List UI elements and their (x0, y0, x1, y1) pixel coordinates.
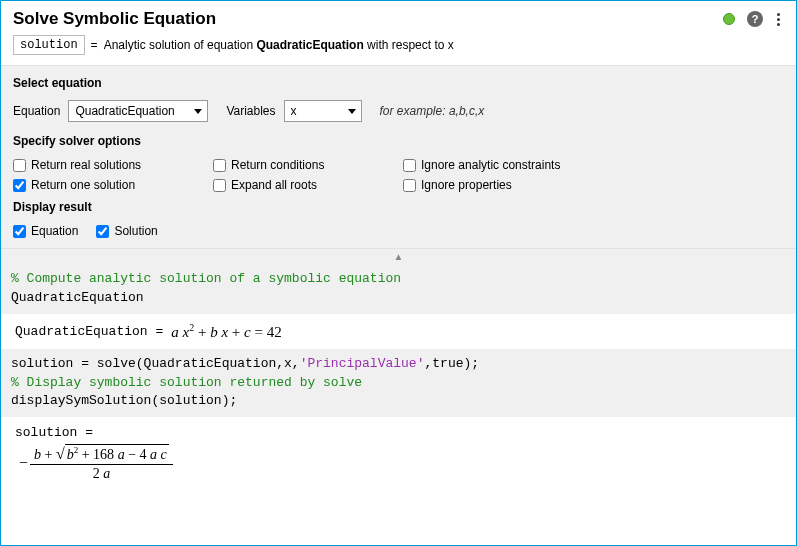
select-equation-label: Select equation (13, 76, 784, 90)
checkbox-ignore-props[interactable] (403, 179, 416, 192)
checkbox-ignore-analytic[interactable] (403, 159, 416, 172)
check-expand-roots[interactable]: Expand all roots (213, 178, 403, 192)
equation-select-wrap: QuadraticEquation (68, 100, 208, 122)
code-string-pv: 'PrincipalValue' (300, 356, 425, 371)
code-line-3: displaySymSolution(solution); (11, 393, 237, 408)
code-comment-1: % Compute analytic solution of a symboli… (11, 271, 401, 286)
check-ignore-props[interactable]: Ignore properties (403, 178, 633, 192)
result-description: Analytic solution of equation QuadraticE… (104, 38, 454, 52)
variables-select-wrap (284, 100, 362, 122)
equation-output: QuadraticEquation = a x2 + b x + c = 42 (1, 314, 796, 349)
code-line-1: QuadraticEquation (11, 290, 144, 305)
status-indicator-icon (723, 13, 735, 25)
minus-sign: − (19, 454, 28, 472)
variables-field-label: Variables (226, 104, 275, 118)
equals-sign: = (91, 38, 98, 52)
display-result-row: Equation Solution (13, 224, 784, 238)
panel-header: Solve Symbolic Equation ? (1, 1, 796, 35)
checkbox-expand-roots[interactable] (213, 179, 226, 192)
check-display-solution[interactable]: Solution (96, 224, 157, 238)
display-result-label: Display result (13, 200, 784, 214)
code-line-2b: ,true); (424, 356, 479, 371)
solver-options-grid: Return real solutions Return conditions … (13, 158, 784, 192)
check-display-equation[interactable]: Equation (13, 224, 78, 238)
collapse-toggle[interactable]: ▲ (1, 249, 796, 264)
more-menu-icon[interactable] (773, 11, 784, 28)
equation-name-bold: QuadraticEquation (256, 38, 363, 52)
result-summary: solution = Analytic solution of equation… (1, 35, 796, 65)
equation-field-label: Equation (13, 104, 60, 118)
checkbox-display-solution[interactable] (96, 225, 109, 238)
checkbox-return-one[interactable] (13, 179, 26, 192)
variables-input[interactable] (284, 100, 362, 122)
check-ignore-analytic[interactable]: Ignore analytic constraints (403, 158, 633, 172)
equation-row: Equation QuadraticEquation Variables for… (13, 100, 784, 122)
check-return-real[interactable]: Return real solutions (13, 158, 213, 172)
code-comment-2: % Display symbolic solution returned by … (11, 375, 362, 390)
output-variable-name: solution (13, 35, 85, 55)
check-return-conditions[interactable]: Return conditions (213, 158, 403, 172)
chevron-up-icon: ▲ (394, 251, 404, 262)
eq-output-lhs: QuadraticEquation = (15, 324, 163, 339)
solution-fraction: b + √b2 + 168 a − 4 a c 2 a (30, 444, 173, 482)
check-return-one[interactable]: Return one solution (13, 178, 213, 192)
solution-lhs: solution = (15, 425, 782, 440)
code-block-2: solution = solve(QuadraticEquation,x,'Pr… (1, 349, 796, 418)
panel-title: Solve Symbolic Equation (13, 9, 723, 29)
eq-output-math: a x2 + b x + c = 42 (171, 322, 281, 341)
code-block-1: % Compute analytic solution of a symboli… (1, 264, 796, 314)
checkbox-display-equation[interactable] (13, 225, 26, 238)
checkbox-return-conditions[interactable] (213, 159, 226, 172)
solution-formula: − b + √b2 + 168 a − 4 a c 2 a (15, 444, 782, 482)
solution-output: solution = − b + √b2 + 168 a − 4 a c 2 a (1, 417, 796, 490)
solution-denominator: 2 a (30, 465, 173, 482)
config-section: Select equation Equation QuadraticEquati… (1, 65, 796, 249)
code-line-2a: solution = solve(QuadraticEquation,x, (11, 356, 300, 371)
solver-options-label: Specify solver options (13, 134, 784, 148)
variables-hint: for example: a,b,c,x (380, 104, 485, 118)
help-icon[interactable]: ? (747, 11, 763, 27)
code-area: % Compute analytic solution of a symboli… (1, 264, 796, 490)
checkbox-return-real[interactable] (13, 159, 26, 172)
equation-select[interactable]: QuadraticEquation (68, 100, 208, 122)
task-panel: Solve Symbolic Equation ? solution = Ana… (0, 0, 797, 546)
solution-numerator: b + √b2 + 168 a − 4 a c (30, 444, 173, 465)
